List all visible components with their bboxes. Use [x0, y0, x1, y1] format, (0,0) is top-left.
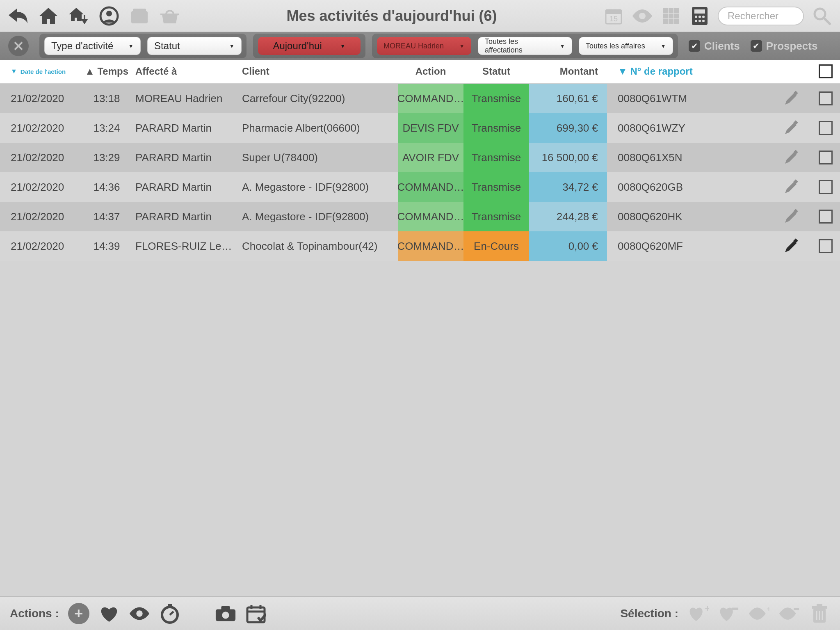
- checkbox-clients[interactable]: ✔: [689, 40, 700, 52]
- heart-minus-icon[interactable]: [718, 603, 739, 624]
- profile-icon[interactable]: [98, 5, 120, 27]
- row-checkbox[interactable]: [811, 202, 840, 231]
- cell-client: Pharmacie Albert(06600): [242, 113, 398, 143]
- cell-amount: 160,61 €: [529, 84, 607, 113]
- action-add-button[interactable]: +: [68, 603, 89, 624]
- svg-rect-3: [133, 9, 146, 13]
- svg-point-20: [695, 16, 697, 18]
- heart-icon[interactable]: [98, 603, 120, 624]
- svg-rect-16: [669, 19, 673, 24]
- grid-icon[interactable]: [660, 5, 682, 27]
- table-row[interactable]: 21/02/202013:18MOREAU HadrienCarrefour C…: [0, 84, 840, 113]
- cell-report: 0080Q620HK: [607, 202, 771, 231]
- svg-line-27: [824, 18, 830, 24]
- col-amount[interactable]: Montant: [529, 66, 607, 77]
- cell-amount: 0,00 €: [529, 231, 607, 261]
- svg-point-42: [222, 612, 229, 619]
- col-action[interactable]: Action: [398, 66, 463, 77]
- eye-plus-icon[interactable]: +: [748, 603, 769, 624]
- col-client[interactable]: Client: [242, 66, 398, 77]
- row-checkbox[interactable]: [811, 143, 840, 172]
- filter-status[interactable]: Statut▼: [147, 37, 242, 55]
- cell-status: Transmise: [463, 172, 529, 202]
- filter-person[interactable]: MOREAU Hadrien▼: [377, 37, 471, 55]
- cell-client: A. Megastore - IDF(92800): [242, 202, 398, 231]
- filter-bar: Type d'activité▼ Statut▼ Aujourd'hui▼ MO…: [0, 32, 840, 60]
- wallet-icon[interactable]: [129, 5, 150, 27]
- check-prospects[interactable]: ✔ Prospects: [751, 40, 818, 52]
- edit-button[interactable]: [771, 113, 811, 143]
- toolbar-left: [7, 5, 180, 27]
- svg-rect-48: [732, 608, 738, 610]
- svg-point-8: [639, 13, 646, 19]
- row-checkbox[interactable]: [811, 231, 840, 261]
- cell-action: COMMAND…: [398, 202, 463, 231]
- edit-button[interactable]: [771, 172, 811, 202]
- cell-status: En-Cours: [463, 231, 529, 261]
- basket-icon[interactable]: [159, 5, 180, 27]
- row-checkbox[interactable]: [811, 84, 840, 113]
- calendar-check-icon[interactable]: [245, 603, 267, 624]
- col-check-all[interactable]: [811, 64, 840, 78]
- svg-point-22: [702, 16, 705, 18]
- col-assigned[interactable]: Affecté à: [135, 66, 242, 77]
- cell-status: Transmise: [463, 143, 529, 172]
- col-date[interactable]: Date de l'action: [0, 68, 78, 75]
- row-checkbox[interactable]: [811, 172, 840, 202]
- search-input[interactable]: Rechercher: [718, 7, 804, 25]
- cell-amount: 16 500,00 €: [529, 143, 607, 172]
- svg-point-21: [698, 16, 701, 18]
- table-row[interactable]: 21/02/202014:39FLORES-RUIZ Le…Chocolat &…: [0, 231, 840, 261]
- table-row[interactable]: 21/02/202013:24PARARD MartinPharmacie Al…: [0, 113, 840, 143]
- edit-button[interactable]: [771, 84, 811, 113]
- eye-icon[interactable]: [632, 5, 653, 27]
- cell-date: 21/02/2020: [0, 113, 78, 143]
- eye-minus-icon[interactable]: [778, 603, 800, 624]
- cell-time: 13:29: [78, 143, 135, 172]
- svg-rect-6: [606, 10, 621, 14]
- back-icon[interactable]: [7, 5, 29, 27]
- filter-type-activity[interactable]: Type d'activité▼: [44, 37, 141, 55]
- edit-button[interactable]: [771, 202, 811, 231]
- table-row[interactable]: 21/02/202014:37PARARD MartinA. Megastore…: [0, 202, 840, 231]
- filter-assignments[interactable]: Toutes les affectations▼: [478, 37, 572, 55]
- search-icon[interactable]: [811, 5, 833, 27]
- cell-time: 14:37: [78, 202, 135, 231]
- check-clients[interactable]: ✔ Clients: [689, 40, 740, 52]
- selection-label: Sélection :: [620, 607, 678, 620]
- cell-action: DEVIS FDV: [398, 113, 463, 143]
- table-header: Date de l'action Temps Affecté à Client …: [0, 60, 840, 84]
- filter-today[interactable]: Aujourd'hui▼: [258, 37, 361, 55]
- cell-status: Transmise: [463, 202, 529, 231]
- cell-time: 14:39: [78, 231, 135, 261]
- row-checkbox[interactable]: [811, 113, 840, 143]
- col-time[interactable]: Temps: [78, 66, 135, 77]
- heart-plus-icon[interactable]: +: [687, 603, 709, 624]
- calendar-icon[interactable]: 15: [603, 5, 624, 27]
- svg-rect-41: [221, 606, 230, 611]
- col-status[interactable]: Statut: [463, 66, 529, 77]
- table-row[interactable]: 21/02/202013:29PARARD MartinSuper U(7840…: [0, 143, 840, 172]
- cell-date: 21/02/2020: [0, 231, 78, 261]
- stopwatch-icon[interactable]: [159, 603, 180, 624]
- svg-rect-11: [674, 8, 679, 13]
- table-body: 21/02/202013:18MOREAU HadrienCarrefour C…: [0, 84, 840, 596]
- eye-action-icon[interactable]: [129, 603, 150, 624]
- home-download-icon[interactable]: [68, 5, 89, 27]
- edit-button[interactable]: [771, 231, 811, 261]
- cell-action: AVOIR FDV: [398, 143, 463, 172]
- close-filters-button[interactable]: [8, 36, 29, 56]
- filter-affairs[interactable]: Toutes les affaires▼: [579, 37, 673, 55]
- toolbar-right: 15 Rechercher: [603, 5, 833, 27]
- checkbox-prospects[interactable]: ✔: [751, 40, 762, 52]
- svg-rect-39: [168, 604, 172, 607]
- svg-rect-50: [794, 608, 799, 610]
- edit-button[interactable]: [771, 143, 811, 172]
- trash-icon[interactable]: [809, 603, 830, 624]
- home-icon[interactable]: [38, 5, 59, 27]
- cell-assigned: PARARD Martin: [135, 113, 242, 143]
- calculator-icon[interactable]: [689, 5, 710, 27]
- camera-icon[interactable]: [215, 603, 236, 624]
- col-report[interactable]: N° de rapport: [607, 66, 771, 77]
- table-row[interactable]: 21/02/202014:36PARARD MartinA. Megastore…: [0, 172, 840, 202]
